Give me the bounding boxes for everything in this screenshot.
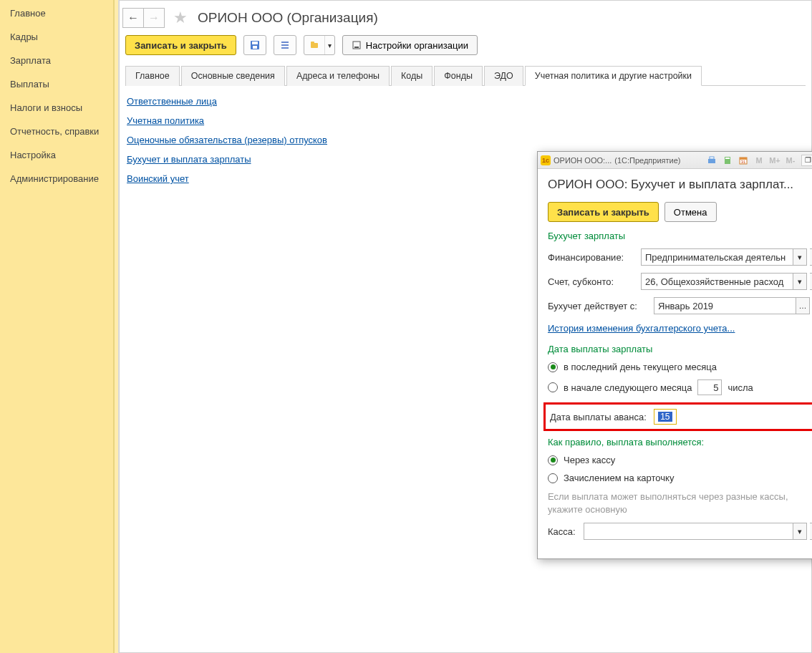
kassa-label: Касса:: [548, 526, 584, 537]
tab-funds[interactable]: Фонды: [434, 66, 483, 86]
account-dropdown-button[interactable]: ▾: [793, 273, 807, 290]
payment-cash-label: Через кассу: [564, 455, 615, 465]
svg-rect-9: [354, 47, 359, 48]
section-paydate-heading: Дата выплаты зарплаты: [548, 344, 812, 354]
tabs: Главное Основные сведения Адреса и телеф…: [125, 65, 806, 86]
sidebar-item-reports[interactable]: Отчетность, справки: [0, 120, 113, 143]
link-accounting-policy[interactable]: Учетная политика: [127, 115, 204, 126]
dialog-titlebar-platform: (1С:Предприятие): [614, 156, 680, 165]
payment-card-radio[interactable]: [548, 473, 558, 483]
effective-label: Бухучет действует с:: [548, 301, 654, 311]
svg-rect-7: [311, 42, 314, 44]
advance-highlight-box: Дата выплаты аванса: 15: [543, 402, 812, 431]
link-responsible[interactable]: Ответственные лица: [127, 96, 217, 107]
paydate-last-day-radio[interactable]: [548, 362, 558, 372]
tab-main[interactable]: Главное: [125, 66, 180, 86]
save-and-close-button[interactable]: Записать и закрыть: [125, 35, 236, 55]
svg-rect-4: [281, 44, 289, 46]
nav-back-button[interactable]: ←: [122, 8, 144, 28]
sidebar-item-vyplaty[interactable]: Выплаты: [0, 72, 113, 96]
dialog-titlebar-app: ОРИОН ООО:...: [554, 156, 612, 165]
attach-dropdown-button[interactable]: ▾: [304, 35, 335, 55]
tab-codes[interactable]: Коды: [391, 66, 432, 86]
dialog-titlebar[interactable]: 1c ОРИОН ООО:... (1С:Предприятие) 31 M M…: [538, 152, 812, 169]
tab-edo[interactable]: ЭДО: [484, 66, 523, 86]
svg-rect-3: [281, 42, 289, 43]
memory-m-button[interactable]: M: [753, 156, 765, 165]
print-icon[interactable]: [705, 155, 718, 166]
svg-rect-1: [252, 42, 258, 44]
account-input[interactable]: 26, Общехозяйственные расход: [641, 273, 793, 290]
advance-label: Дата выплаты аванса:: [550, 412, 647, 422]
paydate-next-month-label: в начале следующего месяца: [564, 382, 692, 393]
sidebar: Главное Кадры Зарплата Выплаты Налоги и …: [0, 0, 115, 653]
svg-rect-5: [281, 47, 289, 49]
save-icon-button[interactable]: [243, 35, 266, 55]
org-settings-button[interactable]: Настройки организации: [342, 35, 478, 55]
svg-rect-6: [311, 43, 318, 48]
window-maximize-button[interactable]: ❐: [801, 155, 812, 166]
financing-dropdown-button[interactable]: ▾: [793, 248, 807, 266]
app-1c-icon: 1c: [541, 155, 551, 165]
kassa-dropdown-button[interactable]: ▾: [793, 523, 807, 540]
effective-input[interactable]: Январь 2019: [654, 297, 796, 314]
payment-cash-radio[interactable]: [548, 455, 558, 465]
paydate-last-day-label: в последний день текущего месяца: [564, 362, 717, 372]
list-icon-button[interactable]: [274, 35, 296, 55]
memory-mminus-button[interactable]: M-: [784, 156, 797, 165]
section-payment-method-heading: Как правило, выплата выполняется:: [548, 437, 812, 448]
svg-text:31: 31: [741, 160, 746, 164]
favorite-star-icon[interactable]: ★: [169, 9, 192, 27]
svg-rect-10: [708, 159, 715, 163]
memory-mplus-button[interactable]: M+: [768, 156, 781, 165]
financing-input[interactable]: Предпринимательская деятельн: [641, 248, 793, 266]
dialog-title: ОРИОН ООО: Бухучет и выплата зарплат...: [548, 178, 812, 192]
kassa-input[interactable]: [584, 523, 793, 540]
section-accounting-heading: Бухучет зарплаты: [548, 231, 812, 241]
sidebar-item-settings[interactable]: Настройка: [0, 143, 113, 167]
calculator-icon[interactable]: [721, 155, 734, 166]
tab-accounting-policy[interactable]: Учетная политика и другие настройки: [525, 66, 702, 86]
link-military[interactable]: Воинский учет: [127, 173, 189, 184]
page-title: ОРИОН ООО (Организация): [196, 10, 378, 26]
kassa-hint: Если выплата может выполняться через раз…: [548, 490, 812, 516]
financing-label: Финансирование:: [548, 252, 641, 263]
effective-picker-button[interactable]: …: [796, 297, 810, 314]
svg-rect-13: [725, 158, 730, 159]
paydate-day-input[interactable]: 5: [697, 379, 722, 395]
dialog-window: 1c ОРИОН ООО:... (1С:Предприятие) 31 M M…: [537, 151, 812, 559]
dialog-cancel-button[interactable]: Отмена: [664, 202, 717, 222]
nav-forward-button[interactable]: →: [143, 8, 165, 28]
account-label: Счет, субконто:: [548, 276, 641, 287]
history-link[interactable]: История изменения бухгалтерского учета..…: [548, 323, 735, 334]
sidebar-item-zarplata[interactable]: Зарплата: [0, 49, 113, 72]
paydate-day-suffix: числа: [728, 382, 753, 393]
link-accounting-payroll[interactable]: Бухучет и выплата зарплаты: [127, 154, 251, 165]
org-settings-label: Настройки организации: [366, 40, 468, 51]
svg-rect-2: [253, 46, 257, 49]
sidebar-item-main[interactable]: Главное: [0, 1, 113, 25]
chevron-down-icon: ▾: [324, 36, 334, 54]
link-vacation-reserves[interactable]: Оценочные обязательства (резервы) отпуск…: [127, 135, 327, 145]
advance-date-input[interactable]: 15: [654, 409, 677, 425]
tab-basic-info[interactable]: Основные сведения: [181, 66, 285, 86]
sidebar-item-admin[interactable]: Администрирование: [0, 167, 113, 190]
paydate-next-month-radio[interactable]: [548, 382, 558, 392]
tab-addresses[interactable]: Адреса и телефоны: [286, 66, 390, 86]
svg-rect-11: [710, 157, 714, 159]
calendar-icon[interactable]: 31: [737, 155, 750, 166]
sidebar-item-kadry[interactable]: Кадры: [0, 25, 113, 49]
advance-date-value: 15: [658, 412, 672, 422]
main-panel: ← → ★ ОРИОН ООО (Организация) Записать и…: [119, 0, 812, 653]
dialog-save-close-button[interactable]: Записать и закрыть: [548, 202, 659, 222]
sidebar-item-nalogi[interactable]: Налоги и взносы: [0, 96, 113, 120]
payment-card-label: Зачислением на карточку: [564, 473, 674, 483]
